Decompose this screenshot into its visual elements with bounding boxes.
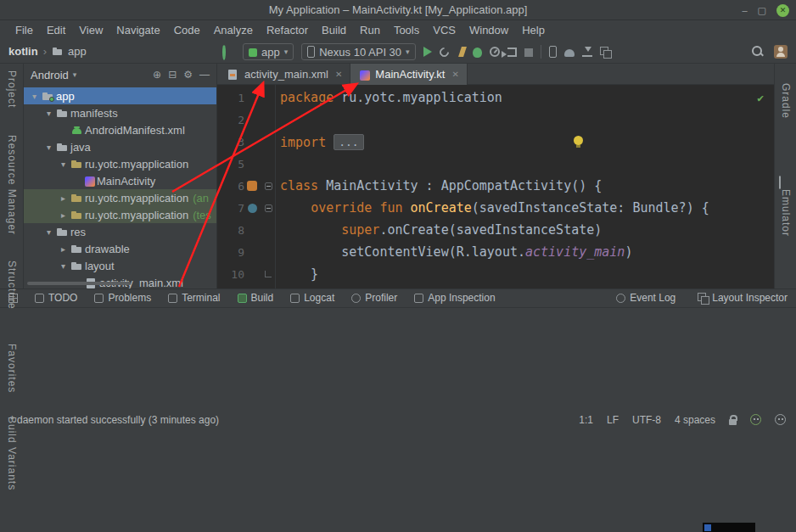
tool-button-problems[interactable]: Problems [94,292,151,304]
breadcrumb-project[interactable]: kotlin [8,45,38,58]
tab-mainactivity-kt[interactable]: MainActivity.kt ✕ [350,64,468,85]
menu-run[interactable]: Run [353,22,387,38]
module-selector[interactable]: app ▾ [243,43,294,60]
tool-button-event-log[interactable]: Event Log [616,292,675,304]
chevron-down-icon[interactable]: ▾ [58,261,69,271]
lock-icon[interactable] [729,419,737,425]
tree-item-package-main[interactable]: ▾ ru.yotc.myapplication [24,155,216,172]
project-view-selector[interactable]: Android [31,69,69,81]
close-button[interactable]: ✕ [776,4,789,17]
tree-item-drawable[interactable]: ▸ drawable [24,240,216,257]
chevron-down-icon[interactable]: ▾ [43,109,54,118]
tool-button-layout-inspector[interactable]: Layout Inspector [698,292,788,304]
tree-item-manifests[interactable]: ▾ manifests [24,104,216,121]
problems-icon [94,294,104,303]
intention-bulb-icon[interactable] [574,136,583,145]
tab-activity-main-xml[interactable]: activity_main.xml ✕ [217,64,350,85]
feedback-face-icon[interactable] [750,414,761,425]
menu-help[interactable]: Help [515,22,552,38]
profiler-icon[interactable] [490,47,500,57]
class-gutter-icon[interactable] [247,181,257,191]
stop-button[interactable] [524,48,533,57]
tree-item-res[interactable]: ▾ res [24,223,216,240]
menu-edit[interactable]: Edit [40,22,72,38]
layout-validation-icon[interactable] [600,47,610,57]
fold-marker[interactable] [265,182,272,190]
chevron-right-icon[interactable]: ▸ [58,210,69,220]
close-icon[interactable]: ✕ [451,70,458,79]
tool-button-gradle[interactable]: Gradle [780,83,792,119]
tool-button-logcat[interactable]: Logcat [290,292,334,304]
status-message[interactable]: * daemon started successfully (3 minutes… [10,414,219,426]
chevron-down-icon[interactable]: ▾ [29,92,40,101]
debug-button[interactable] [473,48,482,58]
override-gutter-icon[interactable] [248,204,257,213]
breadcrumb-module[interactable]: app [52,45,87,58]
horizontal-scrollbar[interactable] [27,282,131,285]
gear-icon[interactable]: ⚙ [183,69,193,81]
menu-window[interactable]: Window [462,22,515,38]
chevron-right-icon[interactable]: ▸ [58,244,69,254]
code-editor[interactable]: ✔ 1 package ru.yotc.myapplication 2 3 im… [217,85,774,288]
run-button[interactable] [423,47,432,57]
gutter [244,241,261,263]
tool-button-todo[interactable]: TODO [35,292,77,304]
menu-code[interactable]: Code [167,22,207,38]
encoding-indicator[interactable]: UTF-8 [632,414,661,426]
tool-window-switcher[interactable] [8,293,18,303]
menu-view[interactable]: View [72,22,109,38]
sdk-manager-icon[interactable] [582,47,592,57]
chevron-right-icon[interactable]: ▸ [58,193,69,203]
tree-item-java[interactable]: ▾ java [24,138,216,155]
tool-button-resource-manager[interactable]: Resource Manager [6,135,18,235]
tool-button-build-variants[interactable]: Build Variants [6,417,18,490]
chevron-down-icon[interactable]: ▾ [43,143,54,152]
caret-position[interactable]: 1:1 [579,414,593,426]
tree-item-mainactivity[interactable]: MainActivity [24,172,216,189]
collapse-all-icon[interactable]: ⊟ [168,69,177,81]
menu-refactor[interactable]: Refactor [260,22,315,38]
tree-item-layout[interactable]: ▾ layout [24,257,216,274]
chevron-down-icon[interactable]: ▾ [58,160,69,169]
gradle-sync-icon[interactable] [564,49,575,57]
tool-button-emulator[interactable]: Emulator [780,189,792,237]
close-icon[interactable]: ✕ [335,70,342,79]
tab-label: activity_main.xml [244,68,328,81]
tool-button-app-inspection[interactable]: App Inspection [414,292,495,304]
sync-project-icon[interactable] [222,44,226,60]
rerun-icon[interactable] [437,45,451,59]
tree-item-androidmanifest-xml[interactable]: AndroidManifest.xml [24,121,216,138]
chevron-down-icon[interactable]: ▾ [43,227,54,237]
device-selector[interactable]: Nexus 10 API 30 ▾ [301,43,415,60]
tool-button-terminal[interactable]: Terminal [168,292,220,304]
tool-button-profiler[interactable]: Profiler [351,292,397,304]
emoji-face-icon[interactable] [775,414,786,425]
tool-button-project[interactable]: Project [6,70,18,108]
tree-item-label: MainActivity [97,175,155,188]
menu-build[interactable]: Build [315,22,353,38]
left-tool-stripe: Project Resource Manager Structure Favor… [0,64,24,288]
search-icon[interactable] [752,46,764,58]
menu-vcs[interactable]: VCS [426,22,462,38]
device-manager-icon[interactable] [549,46,557,58]
attach-debugger-icon[interactable] [507,48,517,57]
minimize-button[interactable]: – [742,6,747,15]
fold-marker[interactable] [265,204,272,212]
tree-item-package-androidtest[interactable]: ▸ ru.yotc.myapplication (an [24,189,216,206]
tree-item-package-test[interactable]: ▸ ru.yotc.myapplication (tes [24,206,216,223]
folded-imports[interactable]: ... [334,134,363,150]
tool-button-favorites[interactable]: Favorites [6,344,18,393]
maximize-button[interactable]: ▢ [758,6,766,15]
tool-button-build[interactable]: Build [238,292,274,304]
profile-avatar[interactable] [774,45,788,59]
locate-file-icon[interactable]: ⊕ [153,69,161,81]
indent-indicator[interactable]: 4 spaces [675,414,715,426]
menu-analyze[interactable]: Analyze [207,22,260,38]
line-ending-indicator[interactable]: LF [607,414,619,426]
tree-item-app[interactable]: ▾ app [24,87,216,104]
menu-tools[interactable]: Tools [387,22,426,38]
hide-panel-icon[interactable]: — [199,69,210,81]
menu-file[interactable]: File [8,22,40,38]
apply-changes-icon[interactable] [458,47,467,57]
menu-navigate[interactable]: Navigate [109,22,166,38]
